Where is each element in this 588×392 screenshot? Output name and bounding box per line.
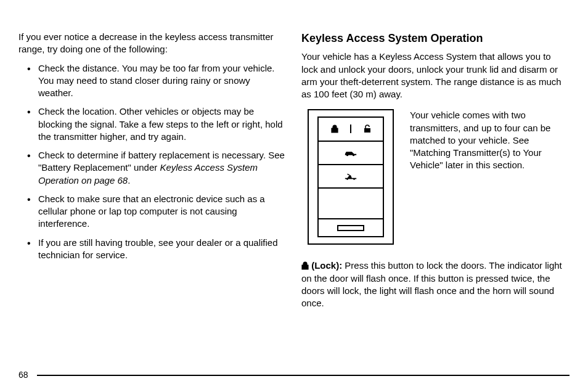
- lock-closed-icon: [331, 125, 338, 133]
- list-item-tail: .: [128, 175, 130, 186]
- fob-blank-area: [319, 189, 383, 219]
- lock-paragraph: (Lock): Press this button to lock the do…: [301, 259, 570, 309]
- fob-key-slot: [319, 219, 383, 236]
- left-intro: If you ever notice a decrease in the key…: [18, 31, 287, 56]
- lock-label: (Lock):: [311, 260, 342, 271]
- fob-car-row: [319, 142, 383, 165]
- section-heading: Keyless Access System Operation: [301, 31, 570, 46]
- transmitter-figure: [301, 109, 400, 245]
- right-column: Keyless Access System Operation Your veh…: [301, 31, 570, 309]
- page-columns: If you ever notice a decrease in the key…: [18, 31, 570, 309]
- figure-row: Your vehicle comes with two transmitters…: [301, 109, 570, 245]
- list-item: Check to determine if battery replacemen…: [38, 149, 287, 187]
- unlock-button: [351, 125, 383, 133]
- list-item: Check to make sure that an electronic de…: [38, 193, 287, 231]
- lock-button: [319, 125, 351, 133]
- figure-caption-text: Your vehicle comes with two transmitters…: [410, 109, 570, 245]
- svg-rect-0: [364, 128, 370, 133]
- footer-rule: [37, 375, 570, 376]
- list-item: If you are still having trouble, see you…: [38, 237, 287, 262]
- page-footer: 68: [18, 369, 570, 381]
- svg-point-3: [346, 178, 348, 180]
- car-side-icon: [344, 149, 357, 157]
- fob-lock-row: [319, 118, 383, 141]
- trunk-open-icon: [344, 172, 357, 181]
- svg-point-1: [346, 154, 348, 156]
- list-item: Check the location. Other vehicles or ob…: [38, 105, 287, 143]
- lock-closed-icon: [301, 261, 309, 270]
- troubleshoot-list: Check the distance. You may be too far f…: [18, 62, 287, 262]
- right-intro: Your vehicle has a Keyless Access System…: [301, 51, 570, 100]
- left-column: If you ever notice a decrease in the key…: [18, 31, 287, 309]
- fob-trunk-row: [319, 165, 383, 189]
- svg-point-4: [353, 178, 355, 180]
- list-item: Check the distance. You may be too far f…: [38, 62, 287, 100]
- page-number: 68: [18, 369, 28, 381]
- lock-open-icon: [364, 125, 371, 133]
- svg-point-2: [353, 154, 354, 156]
